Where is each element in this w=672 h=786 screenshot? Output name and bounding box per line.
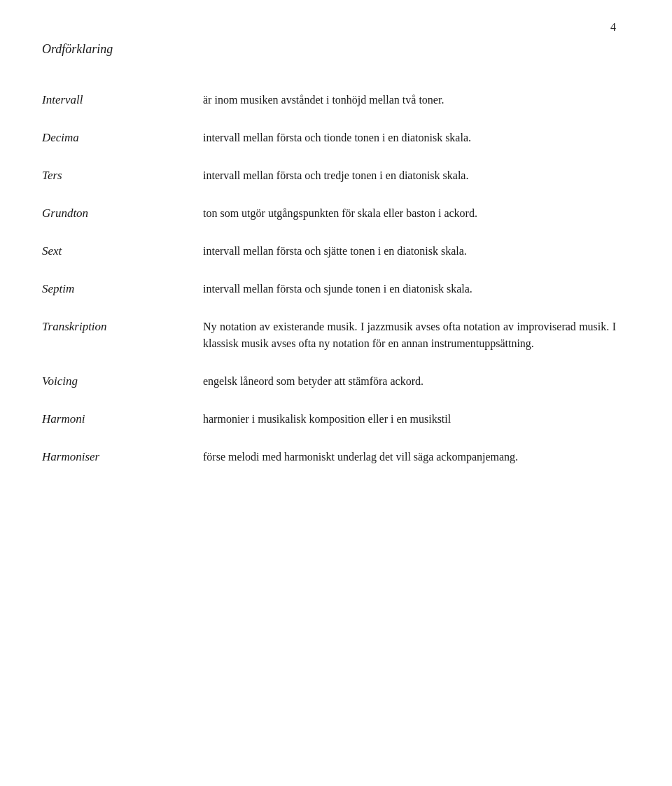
glossary-definition: ton som utgör utgångspunkten för skala e… [203,205,616,243]
page-title: Ordförklaring [42,42,616,57]
glossary-definition: Ny notation av existerande musik. I jazz… [203,318,616,373]
glossary-definition: förse melodi med harmoniskt underlag det… [203,449,616,486]
glossary-definition: engelsk låneord som betyder att stämföra… [203,373,616,411]
glossary-term: Ters [42,167,203,205]
glossary-definition: intervall mellan första och sjätte tonen… [203,243,616,281]
glossary-term: Sext [42,243,203,281]
glossary-row: Septimintervall mellan första och sjunde… [42,281,616,318]
page-number: 4 [610,21,616,34]
page: 4 Ordförklaring Intervallär inom musiken… [0,0,672,786]
glossary-term: Decima [42,129,203,167]
glossary-row: Tersintervall mellan första och tredje t… [42,167,616,205]
glossary-row: Harmoniharmonier i musikalisk kompositio… [42,411,616,449]
glossary-term: Septim [42,281,203,318]
glossary-definition: är inom musiken avståndet i tonhöjd mell… [203,92,616,129]
glossary-table: Intervallär inom musiken avståndet i ton… [42,92,616,486]
glossary-row: Harmoniserförse melodi med harmoniskt un… [42,449,616,486]
glossary-term: Grundton [42,205,203,243]
glossary-row: Decimaintervall mellan första och tionde… [42,129,616,167]
glossary-row: Grundtonton som utgör utgångspunkten för… [42,205,616,243]
glossary-row: Intervallär inom musiken avståndet i ton… [42,92,616,129]
glossary-definition: intervall mellan första och tionde tonen… [203,129,616,167]
glossary-term: Transkription [42,318,203,373]
glossary-term: Harmoniser [42,449,203,486]
glossary-row: Sextintervall mellan första och sjätte t… [42,243,616,281]
glossary-definition: intervall mellan första och tredje tonen… [203,167,616,205]
glossary-row: TranskriptionNy notation av existerande … [42,318,616,373]
glossary-term: Intervall [42,92,203,129]
glossary-definition: intervall mellan första och sjunde tonen… [203,281,616,318]
glossary-row: Voicingengelsk låneord som betyder att s… [42,373,616,411]
glossary-term: Harmoni [42,411,203,449]
glossary-term: Voicing [42,373,203,411]
glossary-definition: harmonier i musikalisk komposition eller… [203,411,616,449]
